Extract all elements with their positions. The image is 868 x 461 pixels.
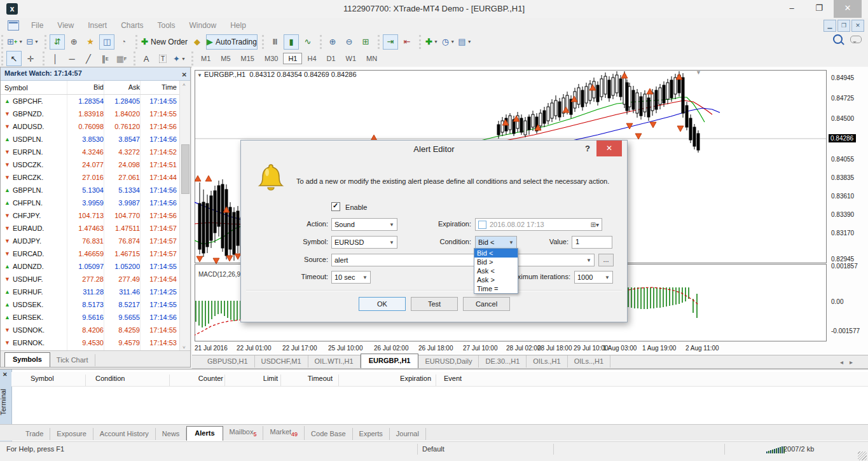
column-divider[interactable] — [436, 375, 436, 386]
tab-de-30-h1[interactable]: DE.30..,H1 — [479, 355, 527, 368]
tab-experts[interactable]: Experts — [353, 428, 390, 440]
market-watch-row[interactable]: ▼AUDUSD.0.760980.7612017:14:56 — [1, 120, 190, 133]
price-axis[interactable]: 0.849450.847250.845000.840550.838350.836… — [827, 67, 868, 355]
menu-tools[interactable]: Tools — [151, 18, 183, 33]
periods-button[interactable]: ◷▼ — [441, 34, 456, 50]
expiration-checkbox[interactable] — [478, 221, 486, 229]
column-bid[interactable]: Bid — [67, 81, 104, 94]
tab-scroll-arrows[interactable]: ◂▸ — [840, 359, 859, 366]
market-watch-row[interactable]: ▼USDCZK.24.07724.09817:14:51 — [1, 158, 190, 171]
terminal-column-symbol[interactable]: Symbol — [31, 375, 54, 382]
dialog-title-bar[interactable]: Alert Editor ? ✕ — [241, 141, 627, 157]
market-watch-row[interactable]: ▲GBPCHF.1.283541.2840517:14:55 — [1, 95, 190, 107]
terminal-column-expiration[interactable]: Expiration — [400, 375, 431, 382]
tile-windows-button[interactable]: ⊞ — [358, 34, 373, 50]
mdi-restore-button[interactable]: ❐ — [837, 20, 850, 32]
timeframe-h1[interactable]: H1 — [283, 53, 302, 64]
market-watch-row[interactable]: ▲EURSEK.9.56169.565517:14:56 — [1, 311, 190, 324]
mdi-close-button[interactable]: ✕ — [851, 20, 864, 32]
line-chart-button[interactable]: ∿ — [300, 34, 315, 50]
expiration-field[interactable]: 2016.08.02 17:13 ⊞▾ — [475, 218, 602, 231]
tab-tick-chart[interactable]: Tick Chart — [50, 354, 95, 366]
equidistant-channel-button[interactable]: ∥E — [97, 51, 113, 66]
tab-oil-wti-h1[interactable]: OIL.WTI.,H1 — [308, 355, 361, 368]
tab-alerts[interactable]: Alerts — [186, 426, 223, 441]
market-watch-row[interactable]: ▲CHFPLN.3.99593.998717:14:56 — [1, 196, 190, 209]
condition-option-ask-[interactable]: Ask < — [474, 266, 518, 275]
column-divider[interactable] — [169, 375, 170, 386]
scrollbar-thumb[interactable] — [181, 144, 189, 194]
column-divider[interactable] — [85, 375, 86, 386]
auto-scroll-button[interactable]: ⇥ — [383, 34, 398, 50]
cursor-button[interactable]: ↖ — [6, 51, 22, 66]
market-watch-row[interactable]: ▲USDPLN.3.85303.854717:14:56 — [1, 133, 190, 146]
scroll-down-icon[interactable]: ˅ — [183, 345, 186, 350]
tab-eurgbp-h1[interactable]: EURGBP.,H1 — [361, 354, 419, 368]
menu-help[interactable]: Help — [223, 18, 253, 33]
horizontal-line-button[interactable]: ─ — [64, 51, 79, 66]
profiles-button[interactable]: ⊟▼ — [25, 34, 40, 50]
market-watch-row[interactable]: ▲AUDNZD.1.050971.0520017:14:55 — [1, 260, 190, 273]
terminal-column-counter[interactable]: Counter — [198, 375, 223, 382]
condition-option-bid-[interactable]: Bid < — [474, 249, 518, 258]
market-watch-row[interactable]: ▼EURNOK.9.45309.457917:14:53 — [1, 336, 190, 349]
column-symbol[interactable]: Symbol — [1, 84, 67, 92]
minimize-button[interactable]: – — [782, 0, 801, 18]
bar-chart-button[interactable]: ǁǀ — [267, 34, 282, 50]
menu-view[interactable]: View — [50, 18, 81, 33]
column-divider[interactable] — [224, 375, 225, 386]
timeframe-m5[interactable]: M5 — [216, 53, 235, 64]
column-ask[interactable]: Ask — [104, 81, 140, 94]
market-watch-row[interactable]: ▼USDNOK.8.42068.425917:14:55 — [1, 324, 190, 336]
close-button[interactable]: ✕ — [834, 0, 862, 18]
fibonacci-button[interactable]: ▦F — [114, 51, 129, 66]
maximize-button[interactable]: ❐ — [809, 0, 829, 18]
search-icon[interactable] — [833, 34, 843, 44]
tab-account-history[interactable]: Account History — [93, 428, 156, 440]
terminal-column-event[interactable]: Event — [444, 375, 462, 382]
metaeditor-button[interactable]: ◆ — [189, 34, 205, 50]
scroll-up-icon[interactable]: ˄ — [183, 82, 186, 88]
market-watch-row[interactable]: ▼EURCZK.27.01627.06117:14:44 — [1, 171, 190, 184]
column-divider[interactable] — [280, 375, 281, 386]
indicators-button[interactable]: ✚▼ — [424, 34, 439, 50]
market-watch-row[interactable]: ▲GBPPLN.5.13045.133417:14:56 — [1, 184, 190, 196]
column-time[interactable]: Time — [140, 81, 179, 94]
tab-code-base[interactable]: Code Base — [305, 428, 352, 440]
dialog-help-button[interactable]: ? — [585, 144, 590, 153]
market-watch-row[interactable]: ▲USDSEK.8.51738.521717:14:55 — [1, 298, 190, 311]
market-watch-scrollbar[interactable]: ˄ ˅ — [179, 81, 190, 352]
market-watch-row[interactable]: ▼EURAUD.1.474631.4751117:14:57 — [1, 222, 190, 235]
tab-news[interactable]: News — [156, 428, 187, 440]
new-order-button[interactable]: ✚New Order — [141, 34, 188, 50]
timeframe-h4[interactable]: H4 — [302, 53, 321, 64]
vertical-line-button[interactable]: │ — [48, 51, 63, 66]
trendline-button[interactable]: ╱ — [81, 51, 96, 66]
status-profile[interactable]: Default — [422, 445, 444, 453]
connection-signal-icon[interactable] — [766, 446, 785, 453]
tab-eurusd-daily[interactable]: EURUSD,Daily — [418, 355, 479, 368]
enable-checkbox[interactable] — [331, 202, 340, 211]
market-watch-row[interactable]: ▼EURCAD.1.466591.4671517:14:57 — [1, 247, 190, 260]
market-watch-row[interactable]: ▼USDHUF.277.28277.4917:14:54 — [1, 273, 190, 286]
timeframe-m30[interactable]: M30 — [259, 53, 283, 64]
arrows-button[interactable]: ✦▼ — [172, 51, 187, 66]
terminal-toggle-button[interactable]: ◫ — [99, 34, 114, 50]
market-watch-close-icon[interactable]: ✕ — [182, 69, 187, 81]
text-button[interactable]: A — [139, 51, 154, 66]
tab-usdchf-m1[interactable]: USDCHF,M1 — [255, 355, 308, 368]
tab-symbols[interactable]: Symbols — [4, 352, 50, 367]
menu-window[interactable]: Window — [183, 18, 224, 33]
ok-button[interactable]: OK — [359, 297, 406, 311]
tab-trade[interactable]: Trade — [19, 428, 50, 440]
menu-file[interactable]: File — [24, 18, 50, 33]
condition-option-ask-[interactable]: Ask > — [474, 275, 518, 284]
market-watch-row[interactable]: ▼AUDJPY.76.83176.87417:14:57 — [1, 235, 190, 247]
tab-exposure[interactable]: Exposure — [50, 428, 93, 440]
cancel-button[interactable]: Cancel — [463, 297, 510, 311]
tab-oils-h1[interactable]: OILs..,H1 — [568, 355, 610, 368]
enable-checkbox-row[interactable]: Enable — [331, 202, 367, 211]
market-watch-row[interactable]: ▼GBPNZD.1.839181.8402017:14:55 — [1, 107, 190, 120]
tab-journal[interactable]: Journal — [390, 428, 426, 440]
test-button[interactable]: Test — [411, 297, 458, 311]
